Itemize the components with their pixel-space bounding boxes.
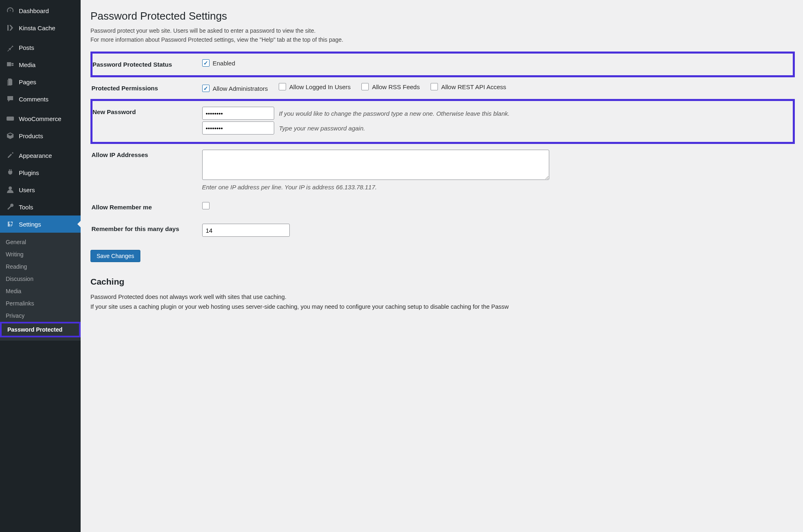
allow-ip-description: Enter one IP address per line. Your IP i…	[202, 184, 794, 191]
allow-administrators-checkbox[interactable]: Allow Administrators	[202, 85, 268, 92]
sidebar-item-label: Kinsta Cache	[19, 25, 55, 31]
settings-submenu: General Writing Reading Discussion Media…	[0, 233, 81, 341]
sidebar-item-products[interactable]: Products	[0, 127, 81, 144]
dashboard-icon	[6, 6, 15, 15]
page-description: Password protect your web site. Users wi…	[90, 27, 795, 44]
sidebar-item-woocommerce[interactable]: WooCommerce	[0, 110, 81, 127]
submenu-item-media[interactable]: Media	[0, 285, 81, 297]
allow-logged-in-checkbox[interactable]: Allow Logged In Users	[279, 83, 351, 90]
svg-point-1	[9, 186, 12, 190]
submenu-item-writing[interactable]: Writing	[0, 248, 81, 260]
kinsta-icon	[6, 23, 15, 32]
users-icon	[6, 185, 15, 194]
allow-ip-label: Allow IP Addresses	[92, 143, 202, 197]
allow-remember-label: Allow Remember me	[92, 196, 202, 218]
sidebar-item-appearance[interactable]: Appearance	[0, 147, 81, 164]
sidebar-item-pages[interactable]: Pages	[0, 73, 81, 90]
new-password-label: New Password	[92, 100, 202, 143]
allow-rss-checkbox[interactable]: Allow RSS Feeds	[361, 83, 420, 90]
permissions-label: Protected Permissions	[92, 76, 202, 100]
allow-rest-checkbox[interactable]: Allow REST API Access	[431, 83, 506, 90]
sidebar-item-label: Settings	[19, 221, 41, 228]
remember-days-input[interactable]	[202, 224, 290, 237]
confirm-password-hint: Type your new password again.	[279, 125, 365, 132]
comments-icon	[6, 94, 15, 103]
submenu-item-privacy[interactable]: Privacy	[0, 310, 81, 322]
sidebar-item-posts[interactable]: Posts	[0, 39, 81, 56]
pages-icon	[6, 77, 15, 86]
pin-icon	[6, 43, 15, 52]
settings-page-body: Password Protected Settings Password pro…	[81, 0, 803, 532]
sidebar-item-label: Dashboard	[19, 7, 49, 14]
media-icon	[6, 60, 15, 69]
checkbox-icon	[361, 83, 369, 90]
status-row-highlight: Password Protected Status Enabled	[92, 53, 794, 76]
new-password-row-highlight: New Password If you would like to change…	[92, 100, 794, 143]
svg-rect-0	[7, 117, 14, 121]
caching-paragraph: Password Protected does not always work …	[90, 292, 795, 311]
sidebar-item-label: Media	[19, 61, 36, 68]
sidebar-item-label: Pages	[19, 79, 36, 85]
submenu-item-permalinks[interactable]: Permalinks	[0, 297, 81, 310]
checkbox-icon	[202, 85, 210, 92]
confirm-password-input[interactable]	[202, 121, 274, 135]
submenu-item-general[interactable]: General	[0, 236, 81, 248]
status-label: Password Protected Status	[92, 53, 202, 76]
sidebar-item-settings[interactable]: Settings	[0, 215, 81, 233]
products-icon	[6, 131, 15, 140]
sidebar-item-label: Comments	[19, 96, 49, 103]
sidebar-item-label: Users	[19, 186, 35, 193]
status-enabled-checkbox[interactable]: Enabled	[202, 59, 235, 67]
sidebar-item-plugins[interactable]: Plugins	[0, 164, 81, 181]
allow-remember-checkbox[interactable]	[202, 202, 213, 209]
sidebar-item-kinsta-cache[interactable]: Kinsta Cache	[0, 19, 81, 36]
caching-heading: Caching	[90, 277, 795, 287]
admin-sidebar: Dashboard Kinsta Cache Posts Media Pages…	[0, 0, 81, 532]
sidebar-item-label: Products	[19, 132, 43, 139]
sidebar-item-comments[interactable]: Comments	[0, 90, 81, 108]
submenu-item-password-protected[interactable]: Password Protected	[0, 322, 81, 337]
new-password-input[interactable]	[202, 107, 274, 120]
remember-days-label: Remember for this many days	[92, 218, 202, 242]
tools-icon	[6, 202, 15, 211]
sidebar-item-tools[interactable]: Tools	[0, 198, 81, 215]
woo-icon	[6, 114, 15, 123]
checkbox-icon	[279, 83, 286, 90]
submenu-item-reading[interactable]: Reading	[0, 260, 81, 273]
checkbox-icon	[202, 202, 210, 209]
appearance-icon	[6, 151, 15, 160]
new-password-hint: If you would like to change the password…	[279, 110, 510, 117]
sidebar-item-label: Tools	[19, 204, 33, 211]
save-changes-button[interactable]: Save Changes	[90, 250, 140, 262]
sidebar-item-label: Plugins	[19, 169, 39, 176]
sidebar-item-label: Posts	[19, 44, 34, 51]
checkbox-icon	[431, 83, 438, 90]
sidebar-item-label: Appearance	[19, 152, 52, 159]
sidebar-item-label: WooCommerce	[19, 115, 61, 122]
checkbox-icon	[202, 59, 210, 67]
submenu-item-discussion[interactable]: Discussion	[0, 273, 81, 285]
page-title: Password Protected Settings	[90, 4, 795, 27]
settings-icon	[6, 220, 15, 229]
sidebar-item-dashboard[interactable]: Dashboard	[0, 2, 81, 19]
sidebar-item-users[interactable]: Users	[0, 181, 81, 198]
allow-ip-textarea[interactable]	[202, 150, 549, 180]
sidebar-item-media[interactable]: Media	[0, 56, 81, 73]
plugins-icon	[6, 168, 15, 177]
